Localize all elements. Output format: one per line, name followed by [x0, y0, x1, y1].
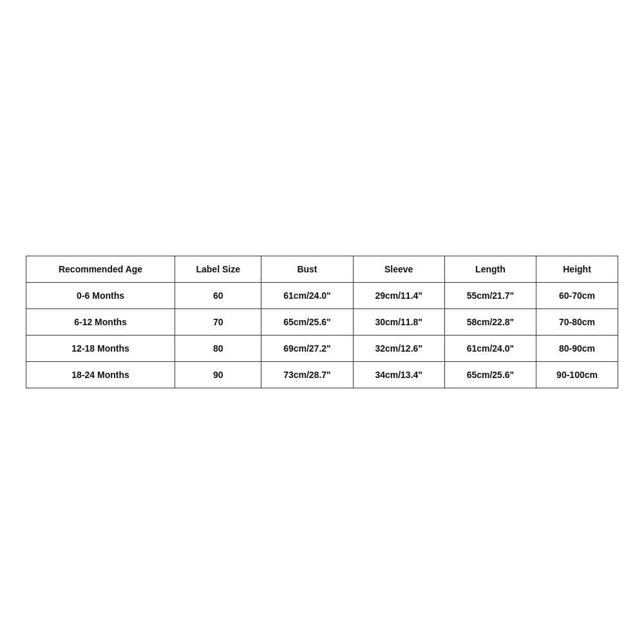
table-row: 6-12 Months7065cm/25.6"30cm/11.8"58cm/22… — [26, 309, 618, 336]
cell-label-size: 60 — [175, 283, 261, 309]
cell-sleeve: 30cm/11.8" — [353, 309, 444, 336]
cell-age: 18-24 Months — [26, 362, 175, 388]
table-row: 18-24 Months9073cm/28.7"34cm/13.4"65cm/2… — [26, 362, 618, 388]
cell-bust: 69cm/27.2" — [261, 336, 353, 362]
cell-age: 12-18 Months — [26, 336, 175, 362]
table-header-row: Recommended Age Label Size Bust Sleeve L… — [26, 256, 618, 283]
table-row: 12-18 Months8069cm/27.2"32cm/12.6"61cm/2… — [26, 336, 618, 362]
header-bust: Bust — [261, 256, 353, 283]
cell-label-size: 70 — [175, 309, 261, 336]
cell-age: 6-12 Months — [26, 309, 175, 336]
cell-length: 58cm/22.8" — [444, 309, 536, 336]
cell-label-size: 80 — [175, 336, 261, 362]
cell-bust: 73cm/28.7" — [261, 362, 353, 388]
cell-height: 80-90cm — [536, 336, 618, 362]
cell-height: 60-70cm — [536, 283, 618, 309]
cell-height: 90-100cm — [536, 362, 618, 388]
table-row: 0-6 Months6061cm/24.0"29cm/11.4"55cm/21.… — [26, 283, 618, 309]
header-recommended-age: Recommended Age — [26, 256, 175, 283]
cell-age: 0-6 Months — [26, 283, 175, 309]
cell-sleeve: 34cm/13.4" — [353, 362, 444, 388]
cell-length: 55cm/21.7" — [444, 283, 536, 309]
cell-sleeve: 32cm/12.6" — [353, 336, 444, 362]
header-label-size: Label Size — [175, 256, 261, 283]
cell-length: 61cm/24.0" — [444, 336, 536, 362]
size-chart-wrapper: Recommended Age Label Size Bust Sleeve L… — [26, 256, 618, 388]
header-sleeve: Sleeve — [353, 256, 444, 283]
cell-length: 65cm/25.6" — [444, 362, 536, 388]
size-chart-table: Recommended Age Label Size Bust Sleeve L… — [26, 256, 618, 388]
cell-sleeve: 29cm/11.4" — [353, 283, 444, 309]
header-height: Height — [536, 256, 618, 283]
cell-bust: 61cm/24.0" — [261, 283, 353, 309]
cell-label-size: 90 — [175, 362, 261, 388]
cell-bust: 65cm/25.6" — [261, 309, 353, 336]
cell-height: 70-80cm — [536, 309, 618, 336]
header-length: Length — [444, 256, 536, 283]
